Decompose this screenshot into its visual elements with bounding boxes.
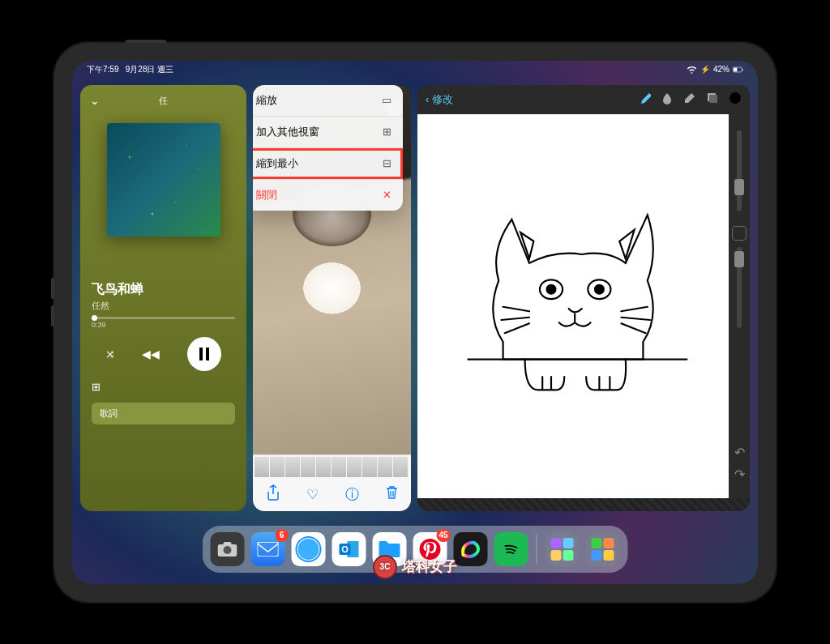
multitask-context-menu: 縮放 ▭ 加入其他視窗 ⊞ 縮到最小 ⊟ 關閉 ✕ [253, 85, 403, 211]
share-button[interactable] [267, 484, 280, 505]
dock-recent-folder-2[interactable] [586, 532, 620, 566]
wifi-icon [687, 66, 697, 74]
drawing-canvas[interactable] [417, 114, 729, 498]
song-title: 飞鸟和蝉 [92, 281, 235, 298]
svg-rect-16 [258, 542, 279, 557]
menu-add-window-label: 加入其他視窗 [256, 125, 319, 139]
layers-icon[interactable] [706, 92, 719, 108]
photos-slideover-card[interactable]: ⋯ 縮放 ▭ 加入其他視窗 ⊞ 縮到最小 ⊟ 關閉 [253, 85, 411, 511]
svg-text:O: O [341, 544, 349, 554]
pause-button[interactable] [187, 337, 221, 371]
artist-name: 任然 [92, 300, 235, 312]
procreate-side-panel: ↶ ↷ [729, 114, 750, 498]
svg-point-14 [224, 546, 232, 554]
status-bar: 下午7:59 9月28日 週三 ⚡ 42% [72, 61, 758, 79]
svg-rect-3 [199, 348, 203, 360]
dock-recent-folder-1[interactable] [545, 532, 580, 566]
thumbnail[interactable] [285, 457, 300, 477]
watermark: 3C 塔科女子 [373, 555, 457, 579]
color-picker-icon[interactable] [729, 92, 742, 108]
info-button[interactable]: ⓘ [345, 485, 359, 504]
chevron-down-icon[interactable]: ⌄ [90, 94, 100, 107]
spotify-playlist-name: 任 [159, 95, 168, 107]
favorite-button[interactable]: ♡ [306, 486, 319, 503]
procreate-body: ↶ ↷ [417, 114, 750, 498]
screen: 下午7:59 9月28日 週三 ⚡ 42% ⌄ 任 ⌄ [72, 61, 758, 584]
brush-size-slider[interactable] [737, 130, 742, 211]
playback-times: 0:39 [80, 319, 246, 331]
procreate-back-button[interactable]: ‹ 修改 [426, 92, 453, 107]
procreate-canvas-edge [417, 498, 750, 511]
svg-point-9 [547, 284, 556, 293]
thumbnail[interactable] [301, 457, 315, 477]
thumbnail[interactable] [332, 457, 346, 477]
smudge-tool-icon[interactable] [661, 92, 674, 108]
eraser-tool-icon[interactable] [683, 92, 696, 108]
menu-close[interactable]: 關閉 ✕ [253, 180, 403, 211]
thumbnail[interactable] [347, 457, 362, 477]
menu-minimize[interactable]: 縮到最小 ⊟ [253, 148, 403, 180]
menu-zoom[interactable]: 縮放 ▭ [253, 85, 403, 117]
menu-close-label: 關閉 [256, 188, 277, 203]
playback-progress-slider[interactable] [92, 317, 235, 319]
spotify-app-card[interactable]: ⌄ 任 ⌄ 飞鸟和蝉 任然 0:39 ⤨ ◀◀ [80, 85, 246, 511]
modify-button[interactable] [732, 226, 747, 241]
close-icon: ✕ [383, 189, 391, 201]
thumbnail[interactable] [316, 457, 331, 477]
status-time: 下午7:59 [87, 65, 118, 74]
dock-camera-app[interactable] [211, 532, 245, 566]
opacity-slider[interactable] [737, 247, 742, 328]
procreate-tool-row [638, 92, 742, 108]
battery-percentage: 42% [713, 65, 729, 74]
previous-track-button[interactable]: ◀◀ [142, 348, 160, 360]
svg-rect-1 [734, 67, 737, 71]
thumbnail[interactable] [393, 457, 408, 477]
multitask-stage-manager: ⌄ 任 ⌄ 飞鸟和蝉 任然 0:39 ⤨ ◀◀ [72, 85, 758, 511]
dock-procreate-app[interactable] [454, 532, 488, 566]
procreate-back-label: 修改 [432, 92, 453, 107]
add-window-icon: ⊞ [383, 126, 391, 138]
dock-separator [537, 534, 537, 565]
watermark-text: 塔科女子 [402, 557, 457, 576]
photo-thumbnail-strip[interactable] [253, 454, 411, 479]
ipad-device-frame: 下午7:59 9月28日 週三 ⚡ 42% ⌄ 任 ⌄ [54, 43, 776, 602]
minimize-icon: ⊟ [383, 157, 391, 169]
devices-icon[interactable]: ⊞ [92, 381, 101, 393]
svg-rect-2 [742, 68, 743, 70]
thumbnail[interactable] [362, 457, 377, 477]
playback-controls: ⤨ ◀◀ [80, 331, 246, 377]
svg-rect-4 [206, 348, 209, 360]
svg-point-7 [729, 92, 741, 104]
dock-spotify-app[interactable] [494, 532, 528, 566]
spotify-song-info: 飞鸟和蝉 任然 [80, 237, 246, 312]
svg-point-19 [298, 539, 319, 560]
procreate-app-card[interactable]: ‹ 修改 [417, 85, 750, 511]
thumbnail[interactable] [255, 457, 269, 477]
mail-badge: 6 [276, 529, 289, 542]
dock-safari-app[interactable] [292, 532, 326, 566]
thumbnail[interactable] [270, 457, 285, 477]
battery-icon [733, 66, 743, 74]
spotify-lyrics-panel[interactable]: 歌詞 [92, 403, 235, 424]
delete-button[interactable] [386, 485, 398, 504]
menu-zoom-label: 縮放 [256, 93, 277, 108]
dock-mail-app[interactable]: 6 [251, 532, 285, 566]
chevron-left-icon: ‹ [426, 93, 429, 105]
svg-point-11 [595, 284, 604, 293]
dock-outlook-app[interactable]: O [332, 532, 366, 566]
shuffle-button[interactable]: ⤨ [105, 348, 115, 360]
volume-buttons [51, 278, 54, 299]
status-right: ⚡ 42% [687, 65, 743, 74]
photos-toolbar: ♡ ⓘ [253, 479, 411, 511]
redo-button[interactable]: ↷ [734, 467, 745, 482]
svg-rect-6 [709, 95, 717, 103]
spotify-device-row: ⊞ [80, 377, 246, 399]
brush-tool-icon[interactable] [638, 92, 651, 108]
thumbnail[interactable] [378, 457, 392, 477]
undo-button[interactable]: ↶ [734, 445, 745, 460]
menu-add-window[interactable]: 加入其他視窗 ⊞ [253, 117, 403, 148]
power-button [126, 40, 166, 43]
album-art[interactable] [107, 123, 220, 237]
menu-minimize-label: 縮到最小 [256, 156, 298, 171]
lyrics-label: 歌詞 [100, 408, 118, 418]
